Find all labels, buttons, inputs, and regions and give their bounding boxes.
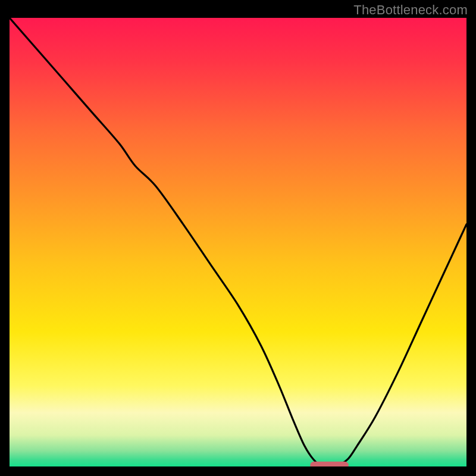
optimal-range-marker <box>310 462 349 466</box>
chart-frame <box>10 18 466 466</box>
watermark-text: TheBottleneck.com <box>353 2 468 18</box>
gradient-background <box>10 18 466 466</box>
bottleneck-chart <box>10 18 466 466</box>
